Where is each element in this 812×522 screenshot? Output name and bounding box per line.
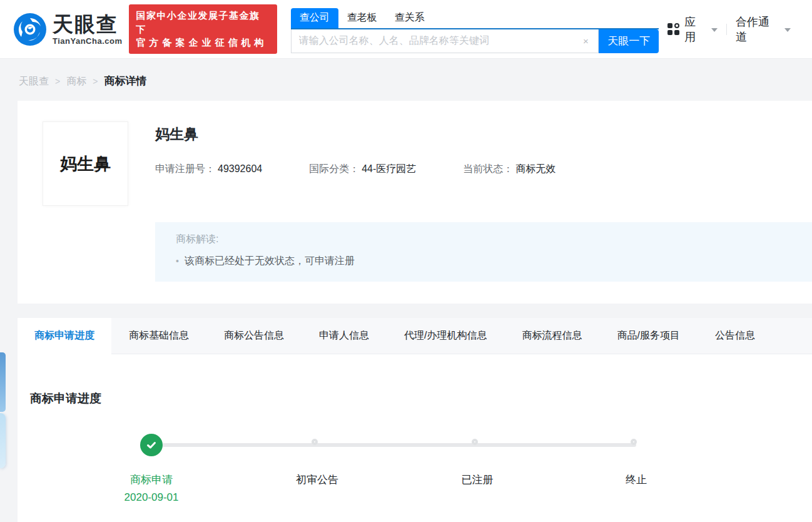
trademark-image[interactable]: 妈生鼻 <box>43 121 128 206</box>
tab-public-notice[interactable]: 公告信息 <box>698 318 773 354</box>
trademark-fields: 申请注册号：49392604 国际分类：44-医疗园艺 当前状态：商标无效 <box>155 163 812 176</box>
tianyancha-logo-icon <box>14 13 46 46</box>
tab-application-progress[interactable]: 商标申请进度 <box>18 318 111 354</box>
header: 天眼查 TianYanCha.com 国家中小企业发展子基金旗下 官方备案企业征… <box>0 0 812 59</box>
step-node-pending <box>631 434 637 445</box>
step-label: 商标申请 <box>101 473 201 487</box>
breadcrumb-separator: > <box>55 76 60 86</box>
pending-circle-icon <box>631 439 637 445</box>
nav-apps-label: 应用 <box>684 14 706 44</box>
search-area: 查公司 查老板 查关系 × 天眼一下 <box>291 8 659 53</box>
interpretation-title: 商标解读: <box>176 233 812 246</box>
tab-applicant-info[interactable]: 申请人信息 <box>302 318 387 354</box>
search-input-wrap: × <box>291 29 599 53</box>
progress-timeline: 商标申请 2020-09-01 初审公告 已注册 终止 <box>18 407 812 522</box>
clear-search-icon[interactable]: × <box>579 35 592 48</box>
nav-apps[interactable]: 应用 <box>659 14 726 44</box>
breadcrumb-current: 商标详情 <box>104 74 146 88</box>
tab-announcement-info[interactable]: 商标公告信息 <box>206 318 302 354</box>
nav-partner-channel[interactable]: 合作通道 <box>727 14 799 44</box>
interpretation-text: 该商标已经处于无效状态，可申请注册 <box>185 255 355 268</box>
badge-line-2: 官方备案企业征信机构 <box>136 36 270 49</box>
detail-tabs: 商标申请进度 商标基础信息 商标公告信息 申请人信息 代理/办理机构信息 商标流… <box>18 318 812 354</box>
field-registration-number: 申请注册号：49392604 <box>155 163 262 176</box>
trademark-interpretation-box: 商标解读: • 该商标已经处于无效状态，可申请注册 <box>155 222 812 282</box>
tab-agency-info[interactable]: 代理/办理机构信息 <box>387 318 504 354</box>
step-label: 终止 <box>586 473 686 487</box>
nav-partner-label: 合作通道 <box>736 14 780 44</box>
field-current-status: 当前状态：商标无效 <box>463 163 556 176</box>
side-floating-widget[interactable] <box>0 413 6 468</box>
field-value: 49392604 <box>218 163 262 174</box>
timeline-track <box>151 443 636 447</box>
tab-process-info[interactable]: 商标流程信息 <box>504 318 599 354</box>
section-title: 商标申请进度 <box>18 354 812 407</box>
step-node-pending <box>472 434 478 445</box>
tab-basic-info[interactable]: 商标基础信息 <box>111 318 206 354</box>
field-label: 申请注册号： <box>155 163 215 174</box>
step-label: 已注册 <box>427 473 527 487</box>
step-node-done <box>140 434 163 456</box>
pending-circle-icon <box>472 439 478 445</box>
pending-circle-icon <box>312 439 318 445</box>
breadcrumb: 天眼查 > 商标 > 商标详情 <box>0 59 812 101</box>
trademark-card: 妈生鼻 妈生鼻 申请注册号：49392604 国际分类：44-医疗园艺 当前状态… <box>18 101 812 304</box>
search-tab-company[interactable]: 查公司 <box>291 8 338 28</box>
field-international-class: 国际分类：44-医疗园艺 <box>309 163 416 176</box>
chevron-down-icon <box>711 28 718 32</box>
field-label: 当前状态： <box>463 163 513 174</box>
logo-title: 天眼查 <box>53 14 123 34</box>
field-value: 44-医疗园艺 <box>362 163 416 174</box>
apps-grid-icon <box>667 23 679 35</box>
step-label: 初审公告 <box>267 473 367 487</box>
breadcrumb-home[interactable]: 天眼查 <box>19 75 49 88</box>
tab-goods-services[interactable]: 商品/服务项目 <box>599 318 697 354</box>
field-value: 商标无效 <box>515 163 556 174</box>
header-right-nav: 应用 合作通道 <box>659 14 799 44</box>
chevron-down-icon <box>784 28 791 32</box>
check-circle-icon <box>140 434 163 456</box>
badge-line-1: 国家中小企业发展子基金旗下 <box>136 9 270 36</box>
certification-badge: 国家中小企业发展子基金旗下 官方备案企业征信机构 <box>129 4 277 54</box>
search-tab-boss[interactable]: 查老板 <box>338 8 386 28</box>
trademark-name: 妈生鼻 <box>155 125 812 144</box>
step-node-pending <box>312 434 318 445</box>
field-label: 国际分类： <box>309 163 359 174</box>
progress-panel: 商标申请进度 商标申请 2020-09-01 初审公告 已注册 终止 <box>18 354 812 522</box>
side-floating-widget[interactable] <box>0 352 6 412</box>
breadcrumb-trademark[interactable]: 商标 <box>66 75 86 88</box>
search-tab-relation[interactable]: 查关系 <box>386 8 434 28</box>
breadcrumb-separator: > <box>93 76 98 86</box>
search-tabs: 查公司 查老板 查关系 <box>291 8 659 29</box>
tianyancha-logo[interactable]: 天眼查 TianYanCha.com <box>14 13 123 46</box>
search-button[interactable]: 天眼一下 <box>599 29 659 53</box>
logo-subtitle: TianYanCha.com <box>53 37 123 45</box>
bullet-icon: • <box>176 256 179 266</box>
trademark-image-text: 妈生鼻 <box>60 153 111 175</box>
search-input[interactable] <box>292 29 599 53</box>
step-date: 2020-09-01 <box>101 491 201 504</box>
